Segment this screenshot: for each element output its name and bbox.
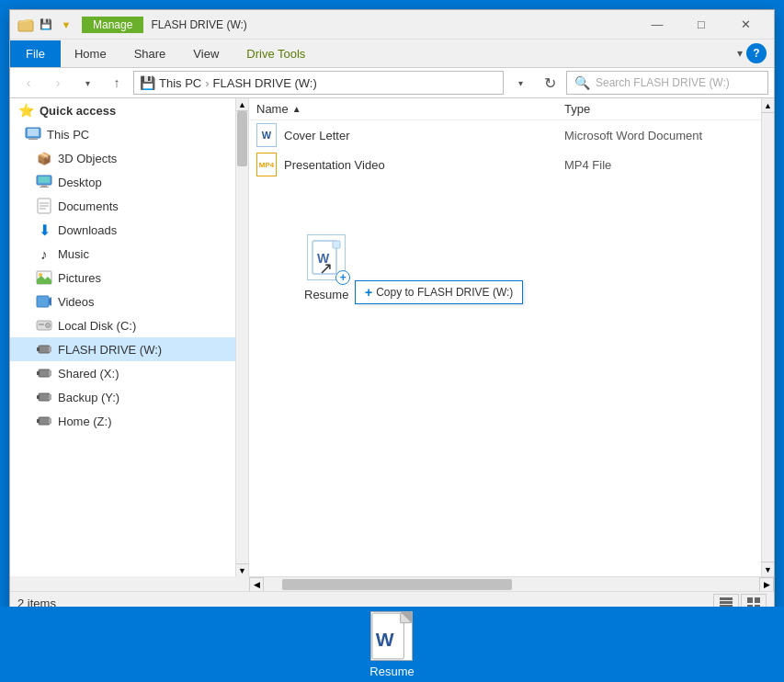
- tab-share[interactable]: Share: [120, 40, 180, 67]
- cover-letter-name: Cover Letter: [284, 129, 557, 142]
- horizontal-scrollbar: ◀ ▶: [249, 576, 774, 591]
- sidebar-scroll-up[interactable]: ▲: [236, 98, 248, 111]
- filepane-scrollbar[interactable]: [761, 113, 774, 562]
- svg-rect-38: [747, 597, 753, 603]
- sidebar-item-quick-access[interactable]: ⭐ Quick access: [10, 98, 236, 122]
- sidebar-item-shared[interactable]: Shared (X:): [10, 361, 236, 385]
- backup-icon: [36, 389, 52, 405]
- close-button[interactable]: ✕: [724, 10, 767, 40]
- sidebar-item-local-disk[interactable]: Local Disk (C:): [10, 313, 236, 337]
- path-separator-1: ›: [205, 76, 209, 90]
- address-path-bar[interactable]: 💾 This PC › FLASH DRIVE (W:): [133, 71, 504, 95]
- dropdown-address-button[interactable]: ▾: [507, 71, 533, 95]
- sidebar-item-flash-drive[interactable]: FLASH DRIVE (W:): [10, 337, 236, 361]
- sidebar-item-documents[interactable]: Documents: [10, 194, 236, 218]
- sidebar-scrollbar[interactable]: ▲ ▼: [235, 98, 248, 576]
- sidebar-item-videos[interactable]: Videos: [10, 290, 236, 313]
- titlebar-title-area: Manage FLASH DRIVE (W:): [82, 17, 636, 33]
- sidebar-inner: ⭐ Quick access This PC �: [10, 98, 236, 433]
- sidebar-scroll-down[interactable]: ▼: [236, 563, 248, 576]
- desktop-icon: [36, 174, 52, 190]
- refresh-button[interactable]: ↻: [537, 71, 562, 95]
- svg-rect-28: [39, 417, 50, 425]
- column-headers: Name ▲ Type: [249, 98, 774, 120]
- svg-rect-15: [37, 296, 49, 307]
- music-label: Music: [58, 247, 89, 261]
- pictures-label: Pictures: [58, 271, 101, 285]
- hscroll-left-button[interactable]: ◀: [249, 577, 264, 592]
- file-row-presentation-video[interactable]: MP4 Presentation Video MP4 File: [249, 150, 774, 179]
- svg-rect-35: [720, 601, 733, 604]
- sidebar-item-desktop[interactable]: Desktop: [10, 170, 236, 194]
- music-icon: ♪: [36, 245, 52, 262]
- hscroll-right-button[interactable]: ▶: [759, 577, 774, 592]
- drag-tooltip-text: Copy to FLASH DRIVE (W:): [376, 286, 513, 299]
- svg-rect-27: [49, 394, 51, 400]
- tab-view[interactable]: View: [179, 40, 233, 67]
- dropdown-recent-button[interactable]: ▾: [74, 71, 100, 95]
- maximize-button[interactable]: □: [680, 10, 722, 40]
- drag-icon-container: W + ↗: [307, 234, 346, 280]
- sidebar-item-3d-objects[interactable]: 📦 3D Objects: [10, 146, 236, 170]
- sidebar-item-this-pc[interactable]: This PC: [10, 122, 236, 146]
- svg-rect-26: [37, 395, 40, 399]
- local-disk-icon: [36, 317, 52, 334]
- ribbon-expand-icon[interactable]: ▾: [737, 47, 743, 60]
- search-box[interactable]: 🔍 Search FLASH DRIVE (W:): [566, 71, 768, 95]
- svg-rect-34: [720, 597, 733, 600]
- svg-rect-18: [39, 324, 44, 325]
- tab-drive-tools[interactable]: Drive Tools: [233, 40, 319, 67]
- svg-rect-20: [37, 347, 40, 351]
- cover-letter-icon: W: [256, 125, 277, 145]
- taskbar-word-icon: W: [370, 611, 413, 661]
- explorer-window: 💾 ▼ Manage FLASH DRIVE (W:) — □ ✕ File H…: [9, 9, 775, 616]
- filepane-scroll-down[interactable]: ▼: [761, 562, 774, 576]
- window-controls: — □ ✕: [636, 10, 767, 40]
- svg-rect-19: [39, 346, 50, 353]
- sidebar-item-music[interactable]: ♪ Music: [10, 242, 236, 266]
- window-title-text: FLASH DRIVE (W:): [151, 18, 246, 31]
- taskbar-resume-item[interactable]: W Resume: [369, 611, 414, 678]
- videos-label: Videos: [58, 295, 95, 309]
- presentation-video-type: MP4 File: [564, 158, 767, 172]
- filepane-scroll-up[interactable]: ▲: [761, 98, 774, 113]
- path-drive-icon: 💾: [140, 75, 155, 90]
- drag-file-preview[interactable]: W + ↗ Resume + Copy to FLASH DRIVE (W:): [304, 234, 348, 301]
- 3d-objects-label: 3D Objects: [58, 152, 117, 165]
- addressbar: ‹ › ▾ ↑ 💾 This PC › FLASH DRIVE (W:) ▾ ↻…: [10, 68, 774, 98]
- this-pc-label: This PC: [47, 128, 89, 142]
- this-pc-icon: [25, 126, 41, 142]
- svg-rect-23: [37, 371, 40, 375]
- help-button[interactable]: ?: [746, 43, 767, 63]
- folder-quick-access-icon[interactable]: [17, 17, 34, 33]
- save-icon[interactable]: 💾: [38, 17, 54, 33]
- column-type-label: Type: [564, 102, 590, 116]
- sidebar-item-backup[interactable]: Backup (Y:): [10, 385, 236, 409]
- tab-file[interactable]: File: [10, 40, 61, 67]
- file-row-cover-letter[interactable]: W Cover Letter Microsoft Word Document: [249, 120, 774, 150]
- videos-icon: [36, 293, 52, 310]
- tab-home[interactable]: Home: [61, 40, 120, 67]
- column-type[interactable]: Type: [564, 102, 767, 116]
- backup-label: Backup (Y:): [58, 391, 119, 404]
- path-thispc: This PC: [159, 76, 201, 90]
- forward-button[interactable]: ›: [45, 71, 71, 95]
- svg-text:W: W: [376, 628, 394, 649]
- minimize-button[interactable]: —: [636, 10, 678, 40]
- up-button[interactable]: ↑: [104, 71, 130, 95]
- file-pane: Name ▲ Type W Cover Letter Microsoft Wor…: [249, 98, 774, 576]
- drag-tooltip-plus-icon: +: [365, 285, 372, 300]
- svg-rect-22: [39, 369, 50, 377]
- svg-rect-39: [755, 597, 760, 603]
- sidebar-item-home[interactable]: Home (Z:): [10, 409, 236, 433]
- sidebar-item-downloads[interactable]: ⬇ Downloads: [10, 218, 236, 242]
- sidebar-item-pictures[interactable]: Pictures: [10, 266, 236, 290]
- ribbon-tabs: File Home Share View Drive Tools ▾ ?: [10, 40, 774, 67]
- undo-icon[interactable]: ▼: [58, 17, 74, 33]
- back-button[interactable]: ‹: [16, 71, 41, 95]
- column-name[interactable]: Name ▲: [256, 102, 564, 116]
- sidebar-scroll-thumb[interactable]: [237, 111, 247, 166]
- hscroll-thumb[interactable]: [282, 579, 512, 590]
- main-content: ⭐ Quick access This PC �: [10, 98, 774, 576]
- drag-copy-plus-badge: +: [335, 270, 350, 285]
